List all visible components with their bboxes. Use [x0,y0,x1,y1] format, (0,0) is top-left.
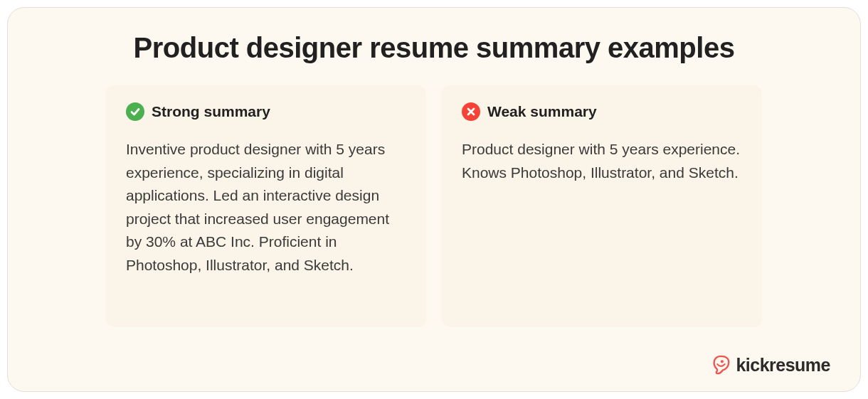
weak-body: Product designer with 5 years experience… [462,138,742,184]
weak-label: Weak summary [487,103,597,120]
weak-header: Weak summary [462,102,742,121]
cross-icon [462,102,480,121]
info-card: Product designer resume summary examples… [7,7,861,392]
strong-body: Inventive product designer with 5 years … [126,138,406,277]
weak-summary-box: Weak summary Product designer with 5 yea… [442,85,762,327]
summary-boxes: Strong summary Inventive product designe… [43,85,825,327]
card-title: Product designer resume summary examples [43,32,825,64]
brand-logo-icon [710,354,731,376]
strong-header: Strong summary [126,102,406,121]
check-icon [126,102,144,121]
brand: kickresume [710,354,830,376]
svg-point-0 [721,360,724,363]
strong-label: Strong summary [152,103,270,120]
brand-name: kickresume [736,355,830,376]
strong-summary-box: Strong summary Inventive product designe… [106,85,426,327]
